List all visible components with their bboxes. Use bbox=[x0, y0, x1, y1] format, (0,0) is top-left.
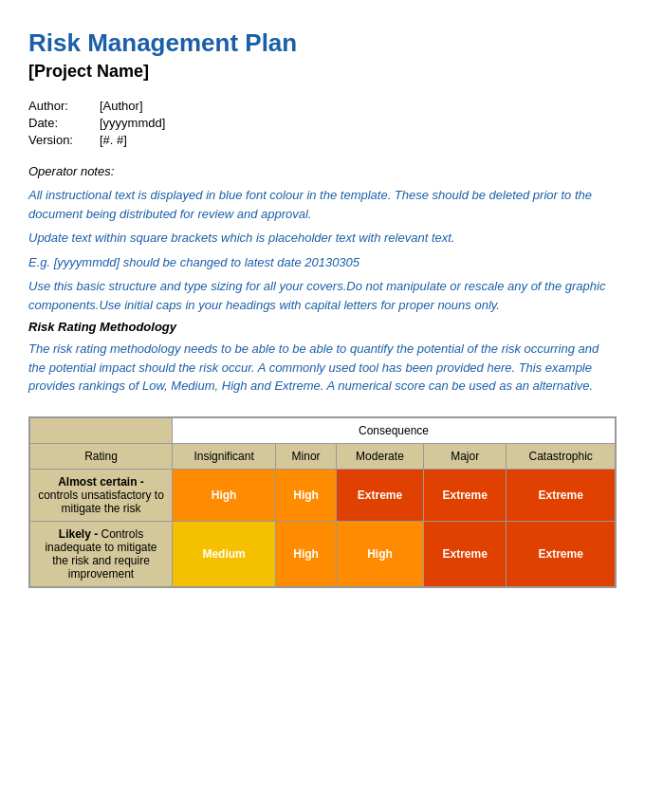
operator-notes-label: Operator notes: bbox=[28, 164, 617, 178]
cell-likely-catastrophic: Extreme bbox=[507, 521, 616, 586]
cell-almost-certain-insignificant: High bbox=[173, 469, 276, 521]
instruction-3: E.g. [yyyymmdd] should be changed to lat… bbox=[28, 253, 617, 272]
risk-matrix-table: Consequence Rating Insignificant Minor M… bbox=[29, 417, 616, 587]
consequence-header: Consequence bbox=[173, 417, 616, 443]
cell-almost-certain-catastrophic: Extreme bbox=[507, 469, 616, 521]
date-label: Date: bbox=[28, 116, 100, 130]
instruction-4: Use this basic structure and type sizing… bbox=[28, 277, 617, 314]
date-value: [yyyymmdd] bbox=[100, 116, 165, 130]
meta-section: Author: [Author] Date: [yyyymmdd] Versio… bbox=[28, 99, 617, 147]
instruction-2: Update text within square brackets which… bbox=[28, 229, 617, 248]
table-row: Almost certain - controls unsatisfactory… bbox=[30, 469, 616, 521]
col-major: Major bbox=[423, 443, 506, 469]
risk-rating-description: The risk rating methodology needs to be … bbox=[28, 340, 617, 396]
cell-almost-certain-moderate: Extreme bbox=[337, 469, 424, 521]
cell-almost-certain-major: Extreme bbox=[423, 469, 506, 521]
likely-label: Likely - bbox=[59, 527, 98, 541]
almost-certain-label: Almost certain - bbox=[58, 475, 144, 489]
cell-likely-major: Extreme bbox=[423, 521, 506, 586]
col-minor: Minor bbox=[276, 443, 337, 469]
risk-table-container: Consequence Rating Insignificant Minor M… bbox=[28, 416, 617, 588]
cell-likely-moderate: High bbox=[337, 521, 424, 586]
version-label: Version: bbox=[28, 133, 100, 147]
row-label-almost-certain: Almost certain - controls unsatisfactory… bbox=[30, 469, 173, 521]
rating-column-header: Rating bbox=[30, 443, 173, 469]
project-name: [Project Name] bbox=[28, 62, 617, 82]
version-value: [#. #] bbox=[100, 133, 127, 147]
almost-certain-desc: controls unsatisfactory to mitigate the … bbox=[38, 489, 164, 515]
table-row: Likely - Controls inadequate to mitigate… bbox=[30, 521, 616, 586]
col-moderate: Moderate bbox=[337, 443, 424, 469]
instruction-1: All instructional text is displayed in b… bbox=[28, 186, 617, 223]
risk-rating-heading: Risk Rating Methodology bbox=[28, 320, 617, 334]
author-value: [Author] bbox=[100, 99, 143, 113]
cell-almost-certain-minor: High bbox=[276, 469, 337, 521]
row-label-likely: Likely - Controls inadequate to mitigate… bbox=[30, 521, 173, 586]
cell-likely-insignificant: Medium bbox=[173, 521, 276, 586]
author-label: Author: bbox=[28, 99, 100, 113]
col-insignificant: Insignificant bbox=[173, 443, 276, 469]
empty-corner-cell bbox=[30, 417, 173, 443]
cell-likely-minor: High bbox=[276, 521, 337, 586]
col-catastrophic: Catastrophic bbox=[507, 443, 616, 469]
page-title: Risk Management Plan bbox=[28, 28, 617, 58]
